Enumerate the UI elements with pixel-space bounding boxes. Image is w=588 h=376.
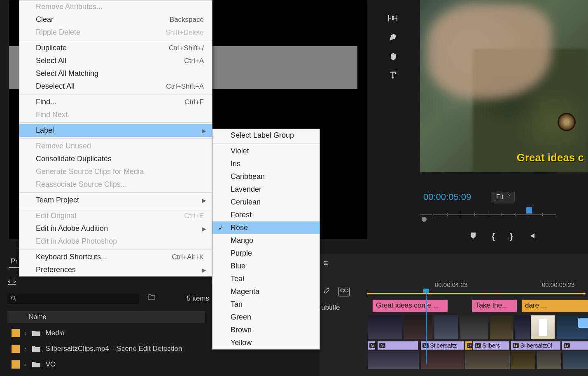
label-color-item[interactable]: Cerulean — [212, 196, 320, 209]
menu-item[interactable]: Label▶ — [19, 124, 212, 137]
chevron-right-icon[interactable]: › — [25, 345, 27, 352]
timeline-ruler[interactable]: 00:00:04:23 00:00:09:23 — [365, 280, 587, 292]
playback-scrubber[interactable] — [420, 211, 556, 219]
caption-clip[interactable]: Take the... — [472, 299, 517, 313]
label-color-item[interactable]: ✓Rose — [212, 221, 320, 234]
menu-item-label: Find... — [36, 98, 56, 106]
clip[interactable]: fx — [367, 341, 376, 350]
menu-item[interactable]: ClearBackspace — [19, 13, 212, 26]
label-color-name: Brown — [231, 326, 252, 334]
import-icon[interactable] — [7, 278, 16, 287]
menu-item: Find Next — [19, 108, 212, 121]
menu-item: Remove Unused — [19, 140, 212, 153]
type-tool[interactable] — [387, 69, 399, 81]
clip[interactable]: fx Silbers — [473, 341, 510, 350]
label-color-item[interactable]: Forest — [212, 209, 320, 221]
submenu-item[interactable]: Select Label Group — [212, 129, 320, 142]
scrubber-playhead[interactable] — [526, 207, 532, 214]
panel-menu-icon[interactable]: ≡ — [324, 259, 328, 268]
pen-tool[interactable] — [387, 31, 399, 43]
menu-item-label: Preferences — [36, 266, 76, 274]
caption-clip[interactable]: dare ... — [521, 299, 588, 313]
label-color-name: Violet — [231, 147, 249, 155]
label-color-name: Forest — [231, 211, 252, 219]
mark-in-button[interactable]: { — [492, 232, 495, 241]
label-color-item[interactable]: Green — [212, 311, 320, 324]
column-header-name[interactable]: Name — [7, 311, 205, 323]
menu-item-label: Clear — [36, 15, 54, 24]
menu-item: Edit in Adobe Photoshop — [19, 235, 212, 248]
label-color-name: Magenta — [231, 287, 259, 296]
label-color-item[interactable]: Yellow — [212, 336, 320, 349]
menu-item[interactable]: Consolidate Duplicates — [19, 153, 212, 165]
program-monitor[interactable]: Great ideas c — [420, 0, 588, 172]
label-color-item[interactable]: Brown — [212, 324, 320, 336]
program-timecode[interactable]: 00:00:05:09 — [423, 192, 471, 202]
new-bin-icon[interactable] — [147, 294, 156, 302]
label-color-item[interactable]: Mango — [212, 234, 320, 247]
label-color-item[interactable]: Blue — [212, 260, 320, 273]
menu-item[interactable]: Find...Ctrl+F — [19, 96, 212, 108]
menu-item: Generate Source Clips for Media — [19, 165, 212, 178]
label-color-name: Mango — [231, 236, 253, 244]
bin-row[interactable]: › SilbersaltzClips.mp4 – Scene Edit Dete… — [7, 342, 213, 355]
clip[interactable]: fx — [562, 341, 588, 350]
cc-icon[interactable]: CC — [338, 287, 350, 296]
items-count: 5 items — [187, 294, 209, 303]
menu-item[interactable]: Deselect AllCtrl+Shift+A — [19, 80, 212, 93]
caption-track[interactable]: Great ideas come ... Take the... dare ..… — [367, 299, 588, 313]
clip[interactable]: fx — [377, 341, 418, 350]
zoom-dropdown[interactable]: Fit — [491, 192, 515, 202]
label-color-name: Cerulean — [231, 198, 261, 206]
menu-item[interactable]: Team Project▶ — [19, 194, 212, 207]
program-subtitle: Great ideas c — [517, 151, 584, 164]
menu-item-label: Edit Original — [36, 212, 76, 220]
subtitle-track-button[interactable]: ubtitle — [321, 303, 340, 312]
ripple-edit-tool[interactable] — [387, 12, 399, 24]
menu-item[interactable]: Select All Matching — [19, 67, 212, 80]
label-submenu: Select Label GroupVioletIrisCaribbeanLav… — [212, 129, 320, 350]
menu-item[interactable]: DuplicateCtrl+Shift+/ — [19, 42, 212, 54]
timeline-playhead-line — [426, 290, 427, 364]
mark-out-button[interactable]: } — [510, 232, 513, 241]
chevron-right-icon[interactable]: › — [25, 361, 27, 368]
menu-item-label: Consolidate Duplicates — [36, 155, 112, 163]
label-color-name: Iris — [231, 160, 240, 168]
menu-item[interactable]: Keyboard Shortcuts...Ctrl+Alt+K — [19, 251, 212, 263]
video-track-thumbnails[interactable] — [367, 315, 588, 340]
label-color-item[interactable]: Lavender — [212, 183, 320, 196]
label-color-item[interactable]: Violet — [212, 145, 320, 157]
label-color-item[interactable]: Teal — [212, 273, 320, 285]
work-area-bar[interactable] — [367, 293, 586, 294]
clip[interactable]: fx — [465, 341, 472, 350]
hand-tool[interactable] — [387, 50, 399, 62]
timeline-panel: ≡ CC ubtitle 00:00:04:23 00:00:09:23 Gre… — [320, 254, 588, 376]
label-color-item[interactable]: Caribbean — [212, 170, 320, 183]
menu-item-shortcut: Ctrl+E — [184, 212, 204, 220]
project-search[interactable] — [7, 294, 139, 304]
menu-item[interactable]: Select AllCtrl+A — [19, 54, 212, 67]
menu-item[interactable]: Preferences▶ — [19, 263, 212, 276]
menu-item: Reassociate Source Clips... — [19, 178, 212, 191]
video-track-thumbnails-2[interactable] — [367, 350, 588, 369]
add-marker-button[interactable] — [469, 232, 477, 241]
label-color-item[interactable]: Iris — [212, 157, 320, 170]
label-color-item[interactable]: Tan — [212, 298, 320, 311]
clip-name: Silbers — [483, 342, 500, 349]
wrench-icon[interactable] — [323, 287, 330, 296]
menu-item-label: Label — [36, 126, 54, 135]
label-color-item[interactable]: Magenta — [212, 285, 320, 298]
go-to-in-button[interactable] — [528, 232, 536, 241]
chevron-right-icon[interactable]: › — [25, 330, 27, 336]
label-color-item[interactable]: Purple — [212, 247, 320, 260]
clip[interactable]: fx SilbersaltzCl — [511, 341, 561, 350]
project-tab[interactable]: Pr — [9, 257, 19, 268]
bin-row[interactable]: › Media — [7, 327, 213, 340]
caption-clip[interactable]: Great ideas come ... — [372, 299, 448, 313]
menu-item[interactable]: Edit in Adobe Audition▶ — [19, 222, 212, 235]
clip[interactable]: fx Silbersaltz — [420, 341, 464, 350]
video-track-labels[interactable]: fx fx fx fx Silbersaltz fx fx Silbers fx… — [367, 341, 588, 350]
clip-name: SilbersaltzCl — [520, 342, 553, 349]
bin-row[interactable]: › VO — [7, 358, 213, 371]
scrubber-start[interactable] — [422, 217, 427, 222]
